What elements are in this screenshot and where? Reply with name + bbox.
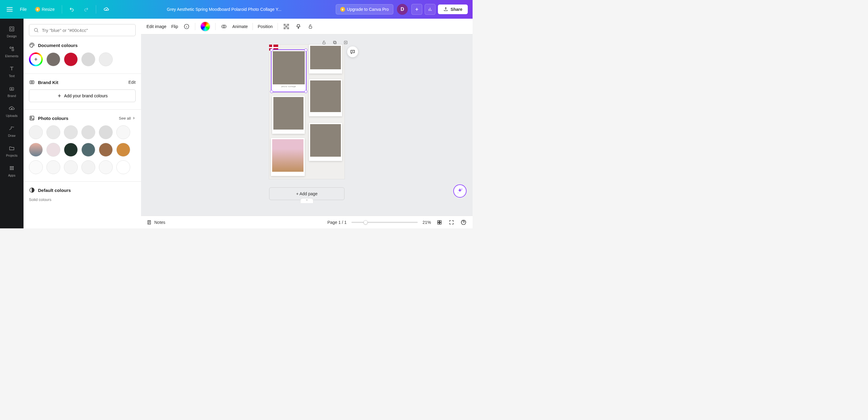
svg-rect-3 xyxy=(12,49,13,51)
upgrade-button[interactable]: ♛Upgrade to Canva Pro xyxy=(336,4,393,14)
photo-swatch[interactable] xyxy=(29,125,43,139)
color-swatch[interactable] xyxy=(46,143,60,157)
resize-button[interactable]: ♛Resize xyxy=(32,5,58,13)
svg-rect-1 xyxy=(10,28,13,30)
add-brand-colors-button[interactable]: Add your brand colours xyxy=(29,90,135,102)
svg-point-11 xyxy=(13,167,14,169)
polaroid[interactable] xyxy=(271,138,305,176)
svg-rect-19 xyxy=(30,81,34,84)
color-search[interactable] xyxy=(29,24,135,36)
add-button[interactable] xyxy=(411,4,422,15)
effects-icon[interactable] xyxy=(220,23,227,30)
color-swatch[interactable] xyxy=(82,143,95,157)
polaroid[interactable] xyxy=(309,123,342,161)
grid-view-button[interactable] xyxy=(436,219,443,226)
share-button[interactable]: Share xyxy=(438,4,468,14)
color-search-input[interactable] xyxy=(42,28,131,33)
color-swatch[interactable] xyxy=(99,53,113,66)
zoom-slider[interactable] xyxy=(351,222,418,223)
svg-point-14 xyxy=(13,169,14,170)
color-panel: Document colours + Brand Kit Edit Add yo… xyxy=(24,19,141,228)
svg-rect-35 xyxy=(334,41,336,44)
svg-point-10 xyxy=(11,167,12,169)
flip-button[interactable]: Flip xyxy=(171,24,178,29)
lock-button[interactable] xyxy=(307,23,314,30)
color-swatch[interactable] xyxy=(64,125,78,139)
photo-swatch[interactable] xyxy=(29,160,43,174)
search-icon xyxy=(33,27,39,33)
brand-edit-link[interactable]: Edit xyxy=(128,80,135,85)
nav-projects[interactable]: Projects xyxy=(1,141,22,160)
crown-icon: ♛ xyxy=(35,7,40,12)
canvas-page[interactable]: photo collage xyxy=(269,44,344,179)
color-swatch[interactable] xyxy=(99,143,113,157)
nav-design[interactable]: Design xyxy=(1,22,22,41)
nav-text[interactable]: Text xyxy=(1,62,22,81)
file-menu[interactable]: File xyxy=(17,5,30,13)
canvas-viewport[interactable]: photo collage + Add page ⌃ xyxy=(141,34,472,216)
expand-pages-tab[interactable]: ⌃ xyxy=(300,198,313,203)
add-color-button[interactable]: + xyxy=(29,53,43,66)
animate-button[interactable]: Animate xyxy=(232,24,248,29)
svg-rect-30 xyxy=(285,26,287,27)
photo-swatch[interactable] xyxy=(29,143,43,157)
copy-style-button[interactable] xyxy=(295,23,302,30)
color-swatch[interactable] xyxy=(99,160,113,174)
color-swatch[interactable] xyxy=(82,53,95,66)
cloud-sync-icon[interactable] xyxy=(100,4,113,14)
color-swatch[interactable] xyxy=(46,125,60,139)
help-button[interactable] xyxy=(460,219,467,226)
edit-image-button[interactable]: Edit image xyxy=(147,24,166,29)
position-button[interactable]: Position xyxy=(258,24,273,29)
svg-point-22 xyxy=(31,117,32,118)
color-swatch[interactable] xyxy=(46,160,60,174)
zoom-value[interactable]: 21% xyxy=(423,220,431,225)
polaroid[interactable] xyxy=(309,79,342,116)
color-swatch[interactable] xyxy=(116,160,130,174)
color-swatch[interactable] xyxy=(64,160,78,174)
fullscreen-button[interactable] xyxy=(448,219,455,226)
polaroid[interactable] xyxy=(309,44,342,73)
svg-rect-4 xyxy=(10,87,14,90)
nav-apps[interactable]: Apps xyxy=(1,161,22,180)
svg-point-12 xyxy=(10,169,11,170)
page-indicator: Page 1 / 1 xyxy=(327,220,347,225)
color-swatch[interactable] xyxy=(46,53,60,66)
selected-polaroid[interactable]: photo collage xyxy=(272,50,306,92)
nav-brand[interactable]: Brand xyxy=(1,82,22,101)
color-swatch[interactable] xyxy=(116,143,130,157)
comment-button[interactable] xyxy=(347,46,358,57)
color-swatch[interactable] xyxy=(82,125,95,139)
palette-icon xyxy=(29,42,35,48)
color-swatch[interactable] xyxy=(82,160,95,174)
notes-button[interactable]: Notes xyxy=(147,220,165,225)
nav-uploads[interactable]: Uploads xyxy=(1,102,22,121)
svg-rect-28 xyxy=(284,24,285,26)
menu-button[interactable] xyxy=(5,4,14,14)
design-title[interactable]: Grey Aesthetic Spring Moodboard Polaroid… xyxy=(115,7,333,12)
info-button[interactable] xyxy=(183,23,190,30)
color-swatch[interactable] xyxy=(64,53,78,66)
avatar[interactable]: D xyxy=(397,4,408,15)
color-swatch[interactable] xyxy=(64,143,78,157)
svg-rect-41 xyxy=(440,221,441,222)
nav-elements[interactable]: Elements xyxy=(1,42,22,61)
svg-point-15 xyxy=(34,28,38,32)
redo-button[interactable] xyxy=(80,5,92,14)
polaroid[interactable] xyxy=(272,96,305,134)
insights-button[interactable] xyxy=(425,4,435,15)
solid-colors-label: Solid colours xyxy=(29,197,135,202)
color-picker-button[interactable] xyxy=(200,22,210,32)
svg-point-39 xyxy=(458,193,458,193)
transparency-button[interactable] xyxy=(283,23,290,30)
color-swatch[interactable] xyxy=(99,125,113,139)
svg-point-9 xyxy=(10,167,11,169)
undo-button[interactable] xyxy=(66,5,78,14)
see-all-link[interactable]: See all xyxy=(119,116,135,121)
ai-assist-button[interactable] xyxy=(453,184,467,198)
nav-draw[interactable]: Draw xyxy=(1,122,22,140)
color-swatch[interactable] xyxy=(116,125,130,139)
brand-icon xyxy=(29,79,35,85)
svg-point-8 xyxy=(13,166,14,167)
canvas-area: Edit image Flip Animate Position xyxy=(141,19,472,228)
